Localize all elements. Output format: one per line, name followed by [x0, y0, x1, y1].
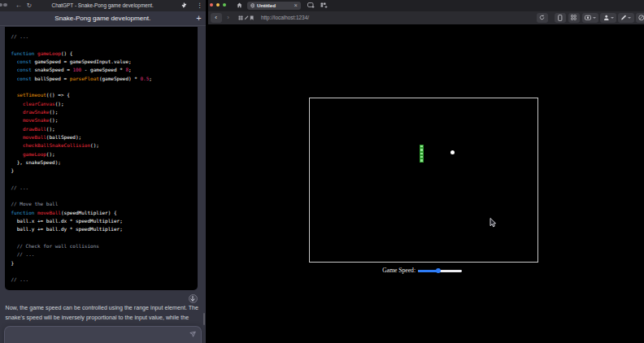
bookmark-icon[interactable] [250, 15, 254, 20]
traffic-light-dimmed-1[interactable] [0, 3, 2, 7]
code-lines: // ... function gameLoop() { const gameS… [11, 33, 192, 284]
reading-list-icon[interactable] [238, 15, 243, 20]
chat-title: Snake-Pong game development. [16, 11, 189, 26]
traffic-light-minimize[interactable] [216, 3, 220, 7]
globe-icon [250, 3, 255, 8]
back-icon[interactable]: ← [15, 0, 23, 11]
browser-tabbar: Untitled × [208, 0, 644, 11]
code-block: // ... function gameLoop() { const gameS… [5, 27, 198, 291]
game-speed-label: Game Speed: [334, 267, 416, 274]
url-text[interactable]: http://localhost:1234/ [261, 11, 309, 24]
traffic-light-zoom[interactable] [223, 3, 227, 7]
apps-grid-icon[interactable] [568, 13, 580, 23]
page-reload-button[interactable] [537, 13, 548, 23]
mouse-cursor [490, 218, 496, 228]
new-tab-icon[interactable] [307, 2, 315, 9]
nav-forward-button[interactable]: › [224, 13, 233, 23]
chat-scrollbar-thumb[interactable] [203, 313, 205, 325]
device-toolbar-icon[interactable] [555, 13, 566, 23]
chevron-down-icon [611, 17, 614, 19]
nav-back-button[interactable]: ‹ [211, 13, 222, 23]
edit-pencil-icon[interactable] [244, 15, 249, 20]
browser-navbar: ‹ › http://localhost:1234/ [208, 11, 644, 24]
assistant-message-line: Now, the game speed can be controlled us… [6, 304, 202, 314]
slider-thumb[interactable] [436, 268, 442, 274]
new-window-icon[interactable] [320, 2, 328, 9]
assistant-message-line: snake's speed will be inversely proporti… [6, 314, 202, 323]
chat-header: Snake-Pong game development. + [0, 11, 206, 26]
extensions-puzzle-icon[interactable] [181, 2, 187, 8]
game-page: Game Speed: [208, 24, 644, 343]
capture-menu-button[interactable] [582, 13, 598, 23]
window-title: ChatGPT - Snake-Pong game development. [33, 0, 173, 11]
tab-close-icon[interactable]: × [294, 2, 298, 10]
assistant-message: Now, the game speed can be controlled us… [6, 304, 202, 323]
chevron-down-icon [628, 17, 631, 19]
traffic-light-close[interactable] [210, 3, 214, 7]
message-input[interactable] [4, 326, 202, 343]
traffic-light-dimmed-2[interactable] [3, 3, 7, 7]
home-icon[interactable] [237, 2, 242, 8]
new-chat-button[interactable]: + [194, 11, 204, 26]
chevron-down-icon [593, 17, 596, 19]
profile-menu-button[interactable] [600, 13, 616, 23]
game-canvas[interactable] [309, 98, 538, 263]
browser-window: Untitled × ‹ › http://localhost:1234/ [208, 0, 644, 343]
annotate-menu-button[interactable] [618, 13, 634, 23]
send-icon[interactable] [190, 330, 197, 336]
shield-menu-button[interactable] [636, 13, 644, 23]
arrow-down-icon [190, 296, 195, 302]
tab-title: Untitled [257, 2, 276, 10]
menu-kebab-icon[interactable]: ⋮ [197, 0, 202, 11]
snake-segment [420, 158, 423, 162]
scroll-to-bottom-button[interactable] [189, 294, 198, 303]
chatgpt-window: ← ↻ ChatGPT - Snake-Pong game developmen… [0, 0, 206, 343]
browser-tab[interactable]: Untitled × [247, 2, 301, 10]
chatgpt-titlebar: ← ↻ ChatGPT - Snake-Pong game developmen… [0, 0, 206, 11]
snake [420, 145, 423, 163]
